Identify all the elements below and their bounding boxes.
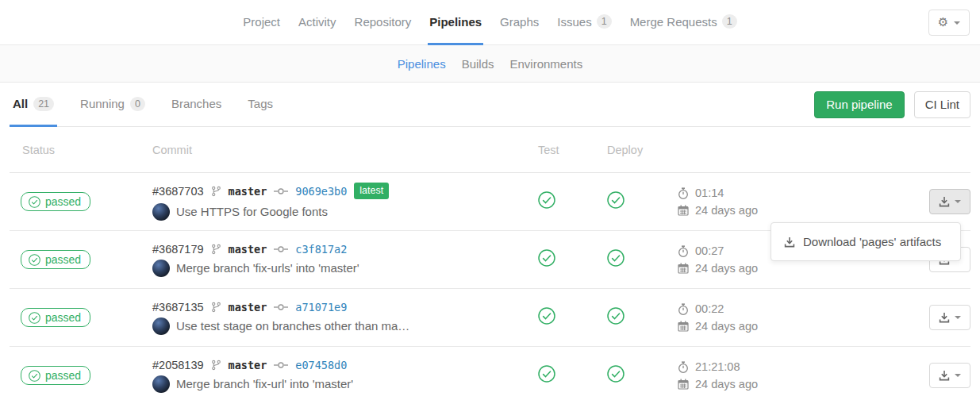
commit-sha-link[interactable]: e07458d0 xyxy=(295,359,347,371)
merge-requests-count-badge: 1 xyxy=(722,14,737,29)
avatar[interactable] xyxy=(152,203,170,221)
pipelines-toolbar: All 21 Running 0 Branches Tags Run pipel… xyxy=(10,83,970,127)
tab-tags[interactable]: Tags xyxy=(244,83,276,127)
chevron-down-icon xyxy=(955,374,961,377)
download-icon xyxy=(939,196,950,207)
artifacts-dropdown-button[interactable] xyxy=(929,305,970,330)
commit-icon xyxy=(274,361,288,369)
pipelines-table-header: Status Commit Test Deploy xyxy=(10,127,970,173)
nav-item-pipelines[interactable]: Pipelines xyxy=(428,0,483,45)
pipeline-id-link[interactable]: #3687179 xyxy=(152,243,204,256)
pipeline-id-link[interactable]: #2058139 xyxy=(152,359,204,371)
test-status-passed-icon[interactable] xyxy=(538,307,555,325)
pipeline-id-link[interactable]: #3687703 xyxy=(152,185,204,198)
nav-item-activity[interactable]: Activity xyxy=(297,0,338,45)
header-test: Test xyxy=(538,144,607,156)
tab-branches[interactable]: Branches xyxy=(168,83,225,127)
pipeline-row: passed #3687135 master a71071e9 Use test… xyxy=(10,289,970,347)
gear-icon: ⚙ xyxy=(938,17,948,29)
pipeline-id-link[interactable]: #3687135 xyxy=(152,301,204,314)
commit-message-link[interactable]: Use HTTPS for Google fonts xyxy=(176,205,328,218)
subnav-item-environments[interactable]: Environments xyxy=(510,57,583,71)
project-settings-button[interactable]: ⚙ xyxy=(928,10,970,36)
nav-item-issues[interactable]: Issues 1 xyxy=(555,0,613,45)
calendar-icon xyxy=(678,263,689,274)
status-badge[interactable]: passed xyxy=(21,250,90,269)
download-icon xyxy=(784,237,795,248)
branch-link[interactable]: master xyxy=(229,185,267,198)
chevron-down-icon xyxy=(955,316,961,319)
download-icon xyxy=(939,312,950,323)
latest-badge: latest xyxy=(354,183,389,198)
commit-message-link[interactable]: Merge branch 'fix-url' into 'master' xyxy=(176,377,353,391)
pipeline-age: 24 days ago xyxy=(695,204,758,217)
header-commit: Commit xyxy=(152,144,538,156)
header-status: Status xyxy=(10,144,152,156)
artifacts-dropdown-button[interactable] xyxy=(929,189,970,214)
nav-item-merge-requests[interactable]: Merge Requests 1 xyxy=(628,0,739,45)
tab-all-count-badge: 21 xyxy=(33,97,54,111)
subnav-item-pipelines[interactable]: Pipelines xyxy=(398,57,446,71)
commit-icon xyxy=(274,303,288,311)
subnav-item-builds[interactable]: Builds xyxy=(462,57,494,71)
chevron-down-icon xyxy=(954,21,960,25)
pipeline-duration: 00:27 xyxy=(695,244,724,257)
pipeline-age: 24 days ago xyxy=(695,320,758,333)
check-circle-icon xyxy=(29,370,40,382)
status-badge[interactable]: passed xyxy=(21,308,90,327)
commit-icon xyxy=(274,245,288,253)
nav-item-graphs[interactable]: Graphs xyxy=(498,0,540,45)
branch-link[interactable]: master xyxy=(229,301,267,314)
project-nav: Project Activity Repository Pipelines Gr… xyxy=(241,0,738,44)
timer-icon xyxy=(678,303,689,315)
deploy-status-passed-icon[interactable] xyxy=(607,307,625,325)
avatar[interactable] xyxy=(152,375,170,393)
calendar-icon xyxy=(678,379,689,390)
run-pipeline-button[interactable]: Run pipeline xyxy=(814,91,904,118)
status-badge[interactable]: passed xyxy=(21,192,90,211)
nav-item-repository[interactable]: Repository xyxy=(353,0,413,45)
status-badge[interactable]: passed xyxy=(21,366,90,385)
branch-icon xyxy=(211,360,221,371)
deploy-status-passed-icon[interactable] xyxy=(607,249,625,267)
test-status-passed-icon[interactable] xyxy=(538,191,555,209)
pipeline-duration: 00:22 xyxy=(695,302,724,315)
calendar-icon xyxy=(678,205,689,216)
test-status-passed-icon[interactable] xyxy=(538,365,555,383)
commit-sha-link[interactable]: a71071e9 xyxy=(295,301,347,314)
tab-all[interactable]: All 21 xyxy=(10,83,57,127)
ci-lint-button[interactable]: CI Lint xyxy=(914,91,970,118)
pipeline-age: 24 days ago xyxy=(695,262,758,275)
pipeline-duration: 21:21:08 xyxy=(695,360,740,373)
nav-item-project[interactable]: Project xyxy=(241,0,282,45)
check-circle-icon xyxy=(29,312,40,324)
commit-message-link[interactable]: Merge branch 'fix-urls' into 'master' xyxy=(176,261,359,275)
commit-icon xyxy=(274,187,288,195)
header-deploy: Deploy xyxy=(607,144,678,156)
chevron-down-icon xyxy=(955,200,961,203)
commit-message-link[interactable]: Use test stage on branches other than ma… xyxy=(176,319,409,333)
commit-sha-link[interactable]: c3f817a2 xyxy=(295,243,347,256)
issues-count-badge: 1 xyxy=(597,14,612,29)
avatar[interactable] xyxy=(152,260,170,277)
branch-link[interactable]: master xyxy=(229,359,267,371)
check-circle-icon xyxy=(29,196,40,208)
avatar[interactable] xyxy=(152,317,170,335)
pipelines-subnav: Pipelines Builds Environments xyxy=(0,45,980,83)
artifacts-dropdown-button[interactable] xyxy=(929,363,970,388)
deploy-status-passed-icon[interactable] xyxy=(607,365,625,383)
branch-icon xyxy=(211,302,221,313)
timer-icon xyxy=(678,245,689,257)
timer-icon xyxy=(678,361,689,373)
commit-sha-link[interactable]: 9069e3b0 xyxy=(295,185,347,198)
download-artifacts-menu-item[interactable]: Download 'pages' artifacts xyxy=(771,229,960,254)
scope-tabs: All 21 Running 0 Branches Tags xyxy=(10,83,296,126)
timer-icon xyxy=(678,187,689,199)
branch-icon xyxy=(211,244,221,255)
test-status-passed-icon[interactable] xyxy=(538,249,555,267)
tab-running[interactable]: Running 0 xyxy=(77,83,148,127)
branch-icon xyxy=(211,186,221,197)
deploy-status-passed-icon[interactable] xyxy=(607,191,625,209)
branch-link[interactable]: master xyxy=(229,243,267,256)
tab-running-count-badge: 0 xyxy=(130,97,145,111)
